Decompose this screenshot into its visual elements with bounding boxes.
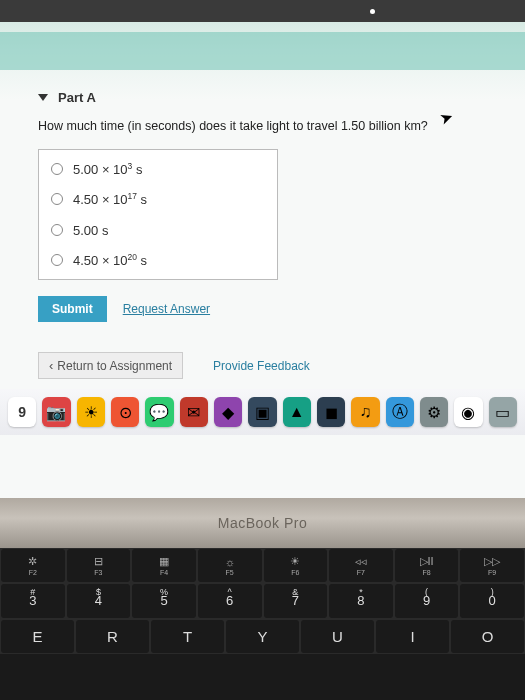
option-4[interactable]: 4.50 × 1020 s (39, 245, 277, 275)
key-u[interactable]: U (301, 620, 374, 653)
dock-appstore-icon[interactable]: Ⓐ (386, 397, 414, 427)
macos-dock: 9 📷 ☀ ⊙ 💬 ✉ ◆ ▣ ▲ ◼ ♫ Ⓐ ⚙ ◉ ▭ (0, 389, 525, 435)
browser-bar (0, 0, 525, 22)
dock-messages-icon[interactable]: 💬 (145, 397, 173, 427)
laptop-label: MacBook Pro (218, 515, 308, 531)
screen-area: Part A How much time (in seconds) does i… (0, 0, 525, 498)
key-r[interactable]: R (76, 620, 149, 653)
keyboard: ✲F2 ⊟F3 ▦F4 ☼F5 ☀F6 ◃◃F7 ▷IIF8 ▷▷F9 #3 $… (0, 548, 525, 654)
radio-icon[interactable] (51, 163, 63, 175)
key-f3[interactable]: ⊟F3 (67, 549, 131, 582)
dock-calendar-icon[interactable]: 9 (8, 397, 36, 427)
key-f4[interactable]: ▦F4 (132, 549, 196, 582)
dock-app-icon[interactable]: 📷 (42, 397, 70, 427)
option-text: 5.00 s (73, 222, 108, 238)
return-label: Return to Assignment (57, 359, 172, 373)
submit-button[interactable]: Submit (38, 296, 107, 322)
key-y[interactable]: Y (226, 620, 299, 653)
feedback-link[interactable]: Provide Feedback (213, 359, 310, 373)
return-button[interactable]: ‹ Return to Assignment (38, 352, 183, 379)
key-f5[interactable]: ☼F5 (198, 549, 262, 582)
dock-app-icon[interactable]: ⊙ (111, 397, 139, 427)
action-row: Submit Request Answer (38, 296, 495, 322)
dock-app-icon[interactable]: ☀ (77, 397, 105, 427)
key-t[interactable]: T (151, 620, 224, 653)
option-1[interactable]: 5.00 × 103 s (39, 154, 277, 184)
caret-down-icon (38, 94, 48, 101)
radio-icon[interactable] (51, 193, 63, 205)
key-f9[interactable]: ▷▷F9 (460, 549, 524, 582)
key-o[interactable]: O (451, 620, 524, 653)
indicator-dot (370, 9, 375, 14)
option-2[interactable]: 4.50 × 1017 s (39, 184, 277, 214)
dock-app-icon[interactable]: ▣ (248, 397, 276, 427)
answer-options: 5.00 × 103 s 4.50 × 1017 s 5.00 s 4.50 ×… (38, 149, 278, 280)
key-6[interactable]: ^6 (198, 584, 262, 617)
part-header[interactable]: Part A (38, 90, 495, 105)
option-3[interactable]: 5.00 s (39, 215, 277, 245)
key-e[interactable]: E (1, 620, 74, 653)
key-f6[interactable]: ☀F6 (264, 549, 328, 582)
key-9[interactable]: (9 (395, 584, 459, 617)
part-label: Part A (58, 90, 96, 105)
key-7[interactable]: &7 (264, 584, 328, 617)
footer-actions: ‹ Return to Assignment Provide Feedback (38, 352, 495, 379)
option-text: 5.00 × 103 s (73, 161, 142, 177)
key-f7[interactable]: ◃◃F7 (329, 549, 393, 582)
key-0[interactable]: )0 (460, 584, 524, 617)
question-text: How much time (in seconds) does it take … (38, 119, 495, 133)
dock-app-icon[interactable]: ◼ (317, 397, 345, 427)
laptop-hinge: MacBook Pro (0, 498, 525, 548)
key-8[interactable]: *8 (329, 584, 393, 617)
key-4[interactable]: $4 (67, 584, 131, 617)
dock-app-icon[interactable]: ▲ (283, 397, 311, 427)
key-f8[interactable]: ▷IIF8 (395, 549, 459, 582)
dock-app-icon[interactable]: ✉ (180, 397, 208, 427)
key-5[interactable]: %5 (132, 584, 196, 617)
option-text: 4.50 × 1020 s (73, 252, 147, 268)
dock-settings-icon[interactable]: ⚙ (420, 397, 448, 427)
dock-app-icon[interactable]: ◆ (214, 397, 242, 427)
number-row: #3 $4 %5 ^6 &7 *8 (9 )0 (0, 583, 525, 618)
chevron-left-icon: ‹ (49, 358, 53, 373)
function-row: ✲F2 ⊟F3 ▦F4 ☼F5 ☀F6 ◃◃F7 ▷IIF8 ▷▷F9 (0, 548, 525, 583)
header-band (0, 32, 525, 70)
key-3[interactable]: #3 (1, 584, 65, 617)
radio-icon[interactable] (51, 254, 63, 266)
calendar-day: 9 (18, 405, 26, 419)
key-f2[interactable]: ✲F2 (1, 549, 65, 582)
dock-app-icon[interactable]: ▭ (489, 397, 517, 427)
request-answer-link[interactable]: Request Answer (123, 302, 210, 316)
dock-chrome-icon[interactable]: ◉ (454, 397, 482, 427)
dock-music-icon[interactable]: ♫ (351, 397, 379, 427)
option-text: 4.50 × 1017 s (73, 191, 147, 207)
radio-icon[interactable] (51, 224, 63, 236)
letter-row: E R T Y U I O (0, 619, 525, 654)
key-i[interactable]: I (376, 620, 449, 653)
